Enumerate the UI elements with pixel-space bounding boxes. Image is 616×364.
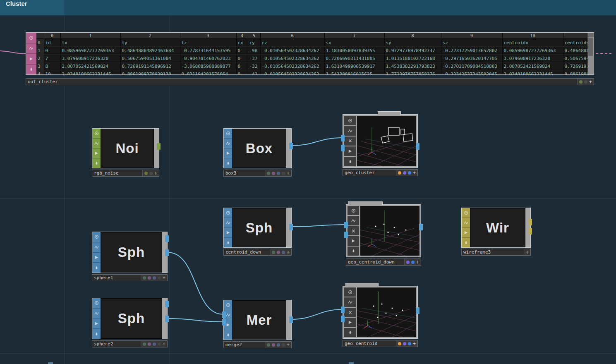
arrow-icon[interactable]: [92, 319, 101, 329]
output-connector[interactable]: [157, 143, 161, 150]
node-geo-centroid-down[interactable]: [346, 204, 421, 257]
wire-sphere2-to-merge2[interactable]: [168, 318, 223, 322]
geo-top-tab[interactable]: [348, 201, 383, 205]
pulse-icon[interactable]: [92, 309, 101, 319]
node-name[interactable]: wireframe3: [462, 249, 524, 255]
flag-dot[interactable]: [282, 172, 285, 175]
flag-dot[interactable]: [267, 343, 270, 347]
node-name[interactable]: geo_centroid: [343, 340, 396, 347]
drop-icon[interactable]: [92, 329, 101, 339]
viewer-flag[interactable]: [92, 129, 101, 139]
flag-dot-display[interactable]: [408, 342, 411, 345]
node-namebar-box3[interactable]: box3 +: [223, 170, 292, 177]
node-namebar-sphere1[interactable]: sphere1 +: [92, 274, 168, 281]
cross-icon[interactable]: [344, 308, 356, 317]
flag-dots[interactable]: +: [270, 249, 291, 255]
viewer-flag[interactable]: [462, 208, 470, 218]
input-connector[interactable]: [344, 232, 348, 238]
output-connector[interactable]: [289, 316, 293, 323]
input-connector[interactable]: [344, 222, 348, 228]
arrow-icon[interactable]: [224, 228, 232, 238]
node-wireframe3[interactable]: Wir: [461, 208, 531, 248]
add-flag-button[interactable]: +: [287, 342, 290, 348]
pulse-icon[interactable]: [348, 216, 359, 225]
drop-icon[interactable]: [462, 238, 470, 247]
pulse-icon[interactable]: [224, 139, 232, 148]
drop-icon[interactable]: [348, 247, 359, 256]
flag-dot[interactable]: [158, 276, 161, 280]
viewer-flag[interactable]: [92, 298, 101, 309]
flag-dots[interactable]: +: [265, 170, 291, 176]
flag-dot[interactable]: [272, 172, 275, 175]
drop-icon[interactable]: [344, 328, 356, 337]
input-connector[interactable]: [341, 135, 345, 141]
flag-dots[interactable]: +: [396, 170, 417, 176]
node-box3[interactable]: Box: [223, 128, 292, 168]
viewer-flag[interactable]: [344, 287, 356, 297]
add-flag-button[interactable]: +: [154, 170, 157, 176]
wire-dat-input[interactable]: [0, 51, 26, 54]
arrow-icon[interactable]: [224, 148, 232, 158]
node-name[interactable]: geo_cluster: [343, 170, 396, 176]
node-namebar-merge2[interactable]: merge2 +: [223, 341, 292, 348]
node-rgb-noise[interactable]: Noi: [92, 128, 159, 168]
node-name[interactable]: sphere1: [92, 275, 141, 281]
flag-dot-render[interactable]: [398, 342, 401, 345]
network-editor[interactable]: Cluster 0: [0, 0, 616, 364]
node-name[interactable]: merge2: [224, 342, 265, 348]
node-sphere1[interactable]: Sph: [92, 232, 168, 273]
output-connector[interactable]: [165, 301, 169, 307]
flag-dot[interactable]: [143, 342, 146, 346]
add-flag-button[interactable]: +: [163, 341, 165, 347]
flag-dot[interactable]: [579, 80, 582, 84]
add-flag-button[interactable]: +: [413, 170, 416, 176]
scrollbar-button[interactable]: [588, 33, 594, 37]
add-flag-button[interactable]: +: [287, 170, 290, 176]
pulse-icon[interactable]: [92, 242, 101, 253]
node-namebar-wireframe3[interactable]: wireframe3 +: [461, 249, 531, 256]
node-namebar-out-cluster[interactable]: out_cluster +: [26, 78, 594, 85]
input-connector[interactable]: [341, 145, 345, 151]
node-namebar-geo-cluster[interactable]: geo_cluster +: [343, 169, 418, 176]
geo-top-tab[interactable]: [345, 283, 379, 286]
flag-dot[interactable]: [272, 343, 275, 347]
node-name[interactable]: out_cluster: [26, 79, 578, 85]
flag-dots[interactable]: +: [524, 249, 530, 255]
flag-dot-display[interactable]: [411, 261, 415, 264]
arrow-icon[interactable]: [344, 146, 356, 156]
output-connector[interactable]: [165, 235, 169, 242]
input-connector[interactable]: [341, 307, 345, 313]
add-flag-button[interactable]: +: [287, 249, 290, 255]
arrow-icon[interactable]: [92, 253, 101, 263]
drop-icon[interactable]: [92, 263, 101, 273]
node-namebar-centroid-down[interactable]: centroid_down +: [223, 249, 292, 256]
drop-icon[interactable]: [344, 157, 356, 166]
viewer-flag[interactable]: [92, 232, 101, 242]
pulse-icon[interactable]: [26, 43, 36, 54]
flag-dot-render[interactable]: [398, 171, 401, 175]
wire-box3-to-geo-cluster[interactable]: [292, 138, 343, 146]
node-geo-cluster[interactable]: [343, 114, 418, 168]
flag-dots[interactable]: +: [578, 79, 594, 85]
flag-dot[interactable]: [272, 251, 275, 254]
node-name[interactable]: geo_centroid_down: [346, 259, 405, 265]
flag-dot[interactable]: [148, 276, 151, 280]
arrow-icon[interactable]: [348, 236, 359, 245]
flag-dot[interactable]: [153, 276, 156, 280]
flag-dots[interactable]: +: [141, 275, 167, 281]
node-centroid-down[interactable]: Sph: [223, 208, 292, 248]
pulse-icon[interactable]: [92, 139, 101, 148]
viewer-flag[interactable]: [26, 33, 36, 43]
arrow-icon[interactable]: [462, 228, 470, 238]
node-name[interactable]: sphere2: [92, 341, 141, 347]
output-connector[interactable]: [165, 316, 169, 322]
flag-dot-pickable[interactable]: [406, 261, 410, 264]
flag-dot[interactable]: [282, 251, 285, 254]
drop-icon[interactable]: [224, 238, 232, 247]
drop-icon[interactable]: [26, 65, 36, 75]
flag-dot[interactable]: [144, 172, 148, 175]
output-connector[interactable]: [528, 219, 532, 225]
flag-dots[interactable]: +: [143, 170, 159, 176]
geo-top-tab[interactable]: [378, 111, 401, 115]
flag-dot[interactable]: [158, 342, 161, 346]
